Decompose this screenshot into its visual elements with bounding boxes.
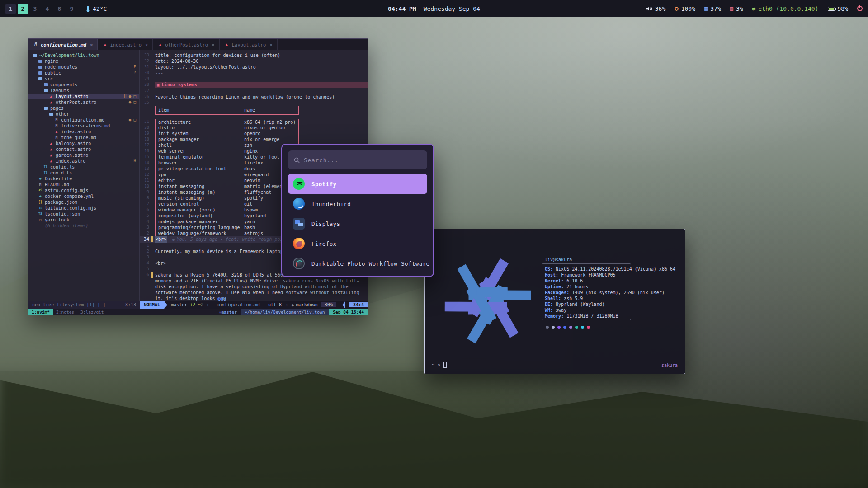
line-number: 33 bbox=[140, 52, 151, 58]
launcher-app-item[interactable]: Thunderbird bbox=[288, 194, 427, 214]
table-cell-item: init system bbox=[155, 131, 241, 136]
workspace-button[interactable]: 1 bbox=[5, 4, 16, 14]
bufferline: configuration.md × index.astro × otherPo… bbox=[28, 39, 368, 50]
file-tree-item[interactable]: tailwind.config.mjs bbox=[28, 205, 139, 211]
file-tree-item[interactable]: Layout.astro H ● □ bbox=[28, 94, 139, 99]
fastfetch-line: Shell: zsh 5.9 bbox=[545, 296, 676, 301]
file-tree-item[interactable]: otherPost.astro ● □ bbox=[28, 99, 139, 105]
fastfetch-info: liv@sakura OS: NixOS 24.11.20240828.71e9… bbox=[545, 236, 676, 357]
file-tree[interactable]: ~/Development/liv.town nginx node_module… bbox=[28, 50, 140, 301]
file-name: other bbox=[56, 111, 69, 117]
workspace-button[interactable]: 8 bbox=[54, 4, 65, 14]
tmux-window-tab[interactable]: 3:lazygit bbox=[77, 309, 107, 315]
file-type-icon bbox=[38, 60, 43, 63]
tab-close-icon[interactable]: × bbox=[145, 42, 148, 47]
battery-value: 98% bbox=[838, 5, 848, 12]
power-module[interactable] bbox=[857, 6, 863, 11]
launcher-search-box[interactable] bbox=[288, 150, 427, 169]
workspace-button[interactable]: 9 bbox=[66, 4, 77, 14]
file-tree-item[interactable]: node_modules E bbox=[28, 64, 139, 70]
vim-mode-indicator: NORMAL bbox=[140, 301, 164, 309]
file-tree-item[interactable]: package.json bbox=[28, 199, 139, 205]
table-cell-name: openrc bbox=[241, 131, 299, 136]
network-module[interactable]: ⇄ eth0 (10.0.0.140) bbox=[752, 5, 819, 12]
file-tree-item[interactable]: other bbox=[28, 111, 139, 117]
file-name: layouts bbox=[50, 88, 69, 94]
brightness-module[interactable]: ⚙ 100% bbox=[675, 5, 695, 12]
tab-close-icon[interactable]: × bbox=[212, 42, 214, 47]
shell-prompt[interactable]: ~ > bbox=[432, 362, 447, 368]
tab-close-icon[interactable]: × bbox=[90, 42, 93, 47]
editor-tab[interactable]: configuration.md × bbox=[28, 39, 98, 50]
table-header: item name bbox=[140, 106, 368, 115]
file-tree-item[interactable]: src bbox=[28, 76, 139, 82]
file-name: tone-guide.md bbox=[61, 135, 96, 141]
table-cell-item: editor bbox=[155, 178, 241, 183]
file-tree-item[interactable]: configuration.md ● □ bbox=[28, 117, 139, 123]
tab-close-icon[interactable]: × bbox=[269, 42, 272, 47]
file-tree-item[interactable]: garden.astro bbox=[28, 152, 139, 158]
file-tree-item[interactable]: Dockerfile bbox=[28, 176, 139, 182]
table-cell-item: terminal emulator bbox=[155, 154, 241, 160]
terminal-window[interactable]: liv@sakura OS: NixOS 24.11.20240828.71e9… bbox=[424, 229, 685, 374]
tmux-window-tab[interactable]: 1:nvim* bbox=[28, 309, 53, 315]
battery-module[interactable]: 98% bbox=[828, 5, 848, 12]
fastfetch-label: Uptime: bbox=[545, 284, 564, 289]
workspace-switcher: 1 2 3 4 8 9 bbox=[5, 4, 77, 14]
file-tree-item[interactable]: env.d.ts bbox=[28, 170, 139, 176]
file-tree-item[interactable]: layouts bbox=[28, 88, 139, 94]
file-tree-item[interactable]: fediverse-terms.md bbox=[28, 123, 139, 129]
editor-tab[interactable]: index.astro × bbox=[98, 39, 153, 50]
file-tree-item[interactable]: (6 hidden items) bbox=[28, 223, 139, 229]
sign-column bbox=[151, 225, 155, 230]
segment-separator: ‹ bbox=[285, 302, 288, 307]
file-tree-item[interactable]: components bbox=[28, 82, 139, 88]
app-icon bbox=[293, 218, 305, 230]
tab-label: configuration.md bbox=[41, 42, 86, 47]
buffer-line: 33 title: configuration for devices i us… bbox=[140, 52, 368, 58]
file-tree-item[interactable]: index.astro bbox=[28, 129, 139, 135]
cursor-text: <br> bbox=[155, 236, 167, 243]
terminal-body: liv@sakura OS: NixOS 24.11.20240828.71e9… bbox=[425, 229, 685, 357]
file-tree-item[interactable]: config.ts bbox=[28, 164, 139, 170]
launcher-app-item[interactable]: Spotify bbox=[288, 174, 427, 194]
file-tree-item[interactable]: README.md bbox=[28, 182, 139, 188]
launcher-app-item[interactable]: Displays bbox=[288, 214, 427, 234]
sign-column bbox=[151, 183, 155, 189]
file-name: configuration.md bbox=[61, 117, 104, 123]
launcher-app-item[interactable]: Darktable Photo Workflow Software bbox=[288, 253, 427, 273]
file-tree-item[interactable]: tone-guide.md bbox=[28, 135, 139, 141]
file-tree-item[interactable]: docker-compose.yml bbox=[28, 193, 139, 199]
sign-column bbox=[151, 207, 155, 213]
workspace-button[interactable]: 4 bbox=[42, 4, 52, 14]
file-tree-item[interactable]: astro.config.mjs bbox=[28, 188, 139, 193]
file-tree-item[interactable]: balcony.astro bbox=[28, 141, 139, 146]
tmux-window-tab[interactable]: 2:notes bbox=[53, 309, 77, 315]
editor-tab[interactable]: otherPost.astro × bbox=[153, 39, 219, 50]
cpu-module[interactable]: ▦ 37% bbox=[704, 5, 721, 12]
editor-tab[interactable]: Layout.astro × bbox=[220, 39, 278, 50]
file-tree-item[interactable]: nginx bbox=[28, 58, 139, 64]
sign-column bbox=[151, 70, 155, 76]
file-tree-item[interactable]: public ? bbox=[28, 70, 139, 76]
fastfetch-line: OS: NixOS 24.11.20240828.71e91c4 (Vicuna… bbox=[545, 266, 676, 272]
table-cell-item: compositor (wayland) bbox=[155, 213, 241, 219]
search-input[interactable] bbox=[304, 157, 421, 164]
file-tree-item[interactable]: index.astro H bbox=[28, 158, 139, 164]
workspace-button[interactable]: 2 bbox=[18, 4, 28, 14]
file-tree-item[interactable]: contact.astro bbox=[28, 146, 139, 152]
file-tree-item[interactable]: pages bbox=[28, 105, 139, 111]
fastfetch-value: 6.10.6 bbox=[564, 278, 583, 283]
launcher-app-item[interactable]: Firefox bbox=[288, 234, 427, 253]
file-tree-item[interactable]: ~/Development/liv.town bbox=[28, 52, 139, 58]
line-number: 29 bbox=[140, 76, 151, 82]
sign-column bbox=[151, 142, 155, 148]
workspace-button[interactable]: 3 bbox=[30, 4, 40, 14]
memory-module[interactable]: ▥ 3% bbox=[730, 5, 743, 12]
volume-module[interactable]: 36% bbox=[646, 5, 665, 12]
app-launcher[interactable]: Spotify Thunderbird Displays Firefox Dar… bbox=[281, 144, 434, 277]
file-name: docker-compose.yml bbox=[45, 193, 94, 199]
hostname-label: sakura bbox=[661, 363, 678, 368]
file-tree-item[interactable]: tsconfig.json bbox=[28, 211, 139, 217]
file-tree-item[interactable]: yarn.lock bbox=[28, 217, 139, 223]
